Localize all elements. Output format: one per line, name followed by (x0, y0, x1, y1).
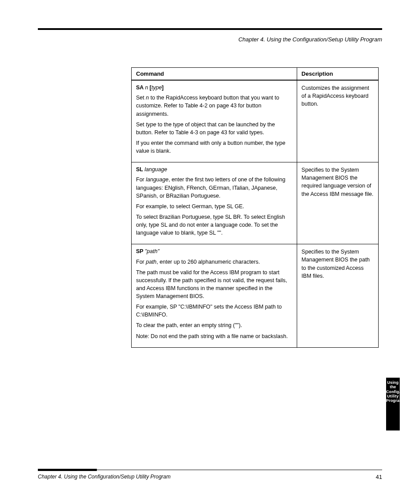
explain-text: Set (136, 95, 146, 101)
explain-paragraph: Set type to the type of object that can … (136, 121, 292, 136)
footer-rule (38, 469, 382, 471)
explain-text: For (136, 177, 146, 183)
explain-keyword: SL (161, 222, 167, 228)
commands-table-wrap: Table 4-1. Configuration/Setup Utility P… (131, 58, 379, 348)
col-header-command: Command (132, 68, 297, 81)
explain-paragraph: To clear the path, enter an empty string… (136, 321, 292, 329)
cell-command: SA n [type]Set n to the RapidAccess keyb… (132, 80, 297, 162)
command-keyword: SP (136, 248, 145, 254)
footer-line (97, 470, 382, 470)
cell-command: SL languageFor language, enter the first… (132, 162, 297, 244)
explain-text: to the RapidAccess keyboard button that … (136, 95, 279, 117)
explain-paragraph: Set n to the RapidAccess keyboard button… (136, 94, 292, 118)
explain-keyword: SL BR (225, 214, 241, 220)
explain-var: path (146, 259, 156, 265)
section-tab-line: Using the (386, 380, 400, 390)
explain-keyword: Note: (136, 333, 151, 339)
explain-text: . (221, 230, 222, 236)
explain-paragraph: For example, SP "C:\IBMINFO" sets the Ac… (136, 303, 292, 319)
section-tab-line: Utility (386, 394, 400, 398)
command-syntax: SP "path" (136, 248, 292, 255)
explain-text: To clear the path, enter an empty string… (136, 322, 242, 328)
explain-keyword: SL GE (227, 203, 243, 210)
explain-text: To select Brazilian Portuguese, type (136, 214, 225, 220)
command-keyword: ] (162, 85, 164, 91)
explain-text: The path must be valid for the Access IB… (136, 269, 287, 299)
table-header-row: Command Description (132, 68, 379, 81)
explain-paragraph: To select Brazilian Portuguese, type SL … (136, 213, 292, 237)
explain-text: , enter up to 260 alphanumeric character… (157, 259, 260, 265)
explain-var: type (146, 121, 156, 128)
command-explain: For path, enter up to 260 alphanumeric c… (136, 258, 292, 340)
cell-command: SP "path"For path, enter up to 260 alpha… (132, 244, 297, 347)
explain-keyword: SL "" (209, 230, 221, 236)
command-keyword: [ (148, 85, 151, 91)
section-tab-line: Program (386, 398, 400, 403)
explain-var: language (146, 177, 168, 183)
command-keyword: SA (136, 85, 145, 91)
explain-paragraph: For path, enter up to 260 alphanumeric c… (136, 258, 292, 266)
table-row: SL languageFor language, enter the first… (132, 162, 379, 244)
command-var: language (144, 166, 167, 173)
command-syntax: SL language (136, 166, 292, 173)
explain-text: For example, (136, 304, 169, 310)
explain-text: to the type of object that can be launch… (136, 121, 275, 136)
explain-text: Do not end the path string with a file n… (151, 333, 287, 339)
footer-page-number: 41 (376, 474, 382, 480)
explain-paragraph: If you enter the command with only a but… (136, 139, 292, 155)
breadcrumb: Chapter 4. Using the Configuration/Setup… (38, 36, 382, 43)
explain-text: . (243, 203, 244, 210)
command-keyword: SL (136, 166, 144, 173)
command-explain: Set n to the RapidAccess keyboard button… (136, 94, 292, 155)
explain-paragraph: For language, enter the first two letter… (136, 176, 292, 199)
page-footer: Chapter 4. Using the Configuration/Setup… (38, 469, 382, 480)
table-row: SP "path"For path, enter up to 260 alpha… (132, 244, 379, 347)
explain-paragraph: The path must be valid for the Access IB… (136, 269, 292, 301)
explain-paragraph: For example, to select German, type SL G… (136, 202, 292, 210)
explain-text: For example, to select German, type (136, 203, 227, 210)
header-rule (38, 28, 382, 30)
section-tab: Using the Config./Setup Utility Program (386, 378, 400, 430)
cell-description: Specifies to the System Management BIOS … (297, 244, 378, 347)
command-var: type (151, 85, 162, 91)
commands-table: Command Description SA n [type]Set n to … (131, 67, 379, 348)
section-tab-line: Config./Setup (386, 390, 400, 394)
footer-chapter: Chapter 4. Using the Configuration/Setup… (38, 474, 170, 480)
command-var: "path" (145, 248, 159, 254)
table-row: SA n [type]Set n to the RapidAccess keyb… (132, 80, 379, 162)
explain-text: Set (136, 121, 146, 128)
col-header-description: Description (297, 68, 378, 81)
explain-text: For (136, 259, 146, 265)
explain-keyword: SP "C:\IBMINFO" (169, 304, 212, 310)
command-explain: For language, enter the first two letter… (136, 176, 292, 237)
cell-description: Specifies to the System Management BIOS … (297, 162, 378, 244)
explain-text: If you enter the command with only a but… (136, 140, 285, 154)
command-syntax: SA n [type] (136, 84, 292, 91)
explain-paragraph: Note: Do not end the path string with a … (136, 332, 292, 340)
footer-bar (38, 469, 97, 471)
cell-description: Customizes the assignment of a RapidAcce… (297, 80, 378, 162)
